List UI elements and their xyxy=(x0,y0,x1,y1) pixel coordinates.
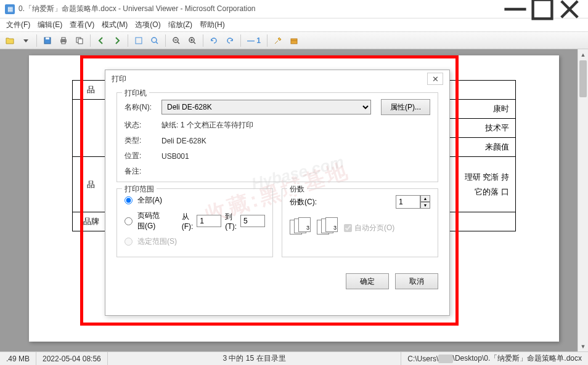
zoom-1-icon[interactable]: — 1 xyxy=(244,34,264,47)
printer-group: 打印机 名称(N): Deli DE-628K 属性(P)... 状态: 缺纸:… xyxy=(116,92,438,182)
radio-selection xyxy=(125,238,133,246)
to-input[interactable] xyxy=(240,215,265,227)
copies-group: 份数 份数(C): ▲ ▼ xyxy=(282,188,438,257)
table-cell: 品牌 xyxy=(73,212,110,231)
dialog-close-button[interactable]: ✕ xyxy=(427,73,443,85)
spin-up-button[interactable]: ▲ xyxy=(420,195,430,202)
radio-all[interactable] xyxy=(125,196,133,204)
copy-icon[interactable] xyxy=(72,34,87,47)
rotate-right-icon[interactable] xyxy=(223,34,237,47)
type-value: Deli DE-628K xyxy=(161,137,430,145)
menubar: 文件(F) 编辑(E) 查看(V) 模式(M) 选项(O) 缩放(Z) 帮助(H… xyxy=(0,18,588,32)
label-copies: 份数(C): xyxy=(290,197,317,207)
scroll-down-icon[interactable]: ▼ xyxy=(578,341,588,351)
menu-edit[interactable]: 编辑(E) xyxy=(34,18,66,31)
open-icon[interactable] xyxy=(2,34,17,47)
zoom-out-icon[interactable] xyxy=(169,34,184,47)
svg-rect-5 xyxy=(46,38,49,39)
close-button[interactable] xyxy=(556,0,583,18)
table-cell: 品 xyxy=(73,81,110,100)
fit-page-icon[interactable] xyxy=(131,34,146,47)
window-title: 0.「纳爱斯」命题策略单.docx - Universal Viewer - M… xyxy=(18,4,502,14)
menu-file[interactable]: 文件(F) xyxy=(2,18,34,31)
app-icon: ▦ xyxy=(5,4,15,14)
print-icon[interactable] xyxy=(56,34,71,47)
collate-checkbox xyxy=(344,224,352,232)
svg-point-12 xyxy=(152,38,157,42)
radio-all-label[interactable]: 全部(A) xyxy=(137,195,162,206)
content-area: 品 康时 技术平 来颜值 品理研 究渐 持它的落 口 品牌 收藏:黑域基地 Hy… xyxy=(0,49,588,351)
titlebar: ▦ 0.「纳爱斯」命题策略单.docx - Universal Viewer -… xyxy=(0,0,588,18)
scroll-up-icon[interactable]: ▲ xyxy=(578,49,588,60)
svg-rect-10 xyxy=(78,39,83,44)
vertical-scrollbar[interactable]: ▲ ▼ xyxy=(578,49,588,351)
spin-down-button[interactable]: ▼ xyxy=(420,202,430,209)
ok-button[interactable]: 确定 xyxy=(346,273,389,289)
svg-rect-7 xyxy=(62,38,65,39)
rotate-left-icon[interactable] xyxy=(206,34,221,47)
label-comment: 备注: xyxy=(125,166,161,177)
svg-rect-11 xyxy=(136,38,142,44)
svg-line-13 xyxy=(156,42,158,44)
range-group: 打印范围 全部(A) 页码范围(G) 从(F): 到(T): xyxy=(116,188,273,257)
open-dropdown-icon[interactable] xyxy=(18,34,33,47)
menu-help[interactable]: 帮助(H) xyxy=(196,18,229,31)
toolbar: — 1 xyxy=(0,32,588,49)
printer-group-title: 打印机 xyxy=(122,88,149,98)
label-location: 位置: xyxy=(125,151,161,161)
menu-mode[interactable]: 模式(M) xyxy=(98,18,131,31)
radio-pages-label[interactable]: 页码范围(G) xyxy=(137,211,167,231)
from-input[interactable] xyxy=(197,215,221,227)
table-cell xyxy=(73,100,110,157)
properties-button[interactable]: 属性(P)... xyxy=(381,99,430,115)
label-to: 到(T): xyxy=(225,212,237,231)
dialog-titlebar: 打印 ✕ xyxy=(105,70,449,87)
status-size: .49 MB xyxy=(0,352,36,365)
location-value: USB001 xyxy=(161,152,430,161)
status-path: C:\Users\ \Desktop\0.「纳爱斯」命题策略单.docx xyxy=(401,352,588,365)
package-icon[interactable] xyxy=(287,34,301,47)
save-icon[interactable] xyxy=(40,34,55,47)
status-datetime: 2022-05-04 08:56 xyxy=(36,352,108,365)
label-type: 类型: xyxy=(125,135,161,146)
collate-label: 自动分页(O) xyxy=(354,223,394,233)
status-value: 缺纸: 1 个文档正在等待打印 xyxy=(161,120,430,130)
cancel-button[interactable]: 取消 xyxy=(395,273,438,289)
statusbar: .49 MB 2022-05-04 08:56 3 中的 15 在目录里 C:\… xyxy=(0,351,588,365)
zoom-in-icon[interactable] xyxy=(185,34,200,47)
menu-options[interactable]: 选项(O) xyxy=(131,18,164,31)
svg-rect-21 xyxy=(291,39,297,44)
range-group-title: 打印范围 xyxy=(122,184,157,195)
tools-icon[interactable] xyxy=(271,34,285,47)
maximize-button[interactable] xyxy=(529,0,556,18)
radio-pages[interactable] xyxy=(125,217,133,225)
label-from: 从(F): xyxy=(182,212,194,231)
svg-rect-8 xyxy=(62,42,65,44)
svg-line-20 xyxy=(194,42,195,44)
printer-select[interactable]: Deli DE-628K xyxy=(161,100,371,114)
copies-input[interactable] xyxy=(396,195,420,209)
radio-selection-label: 选定范围(S) xyxy=(137,236,177,247)
search-icon[interactable] xyxy=(147,34,162,47)
copies-group-title: 份数 xyxy=(287,184,307,195)
table-cell: 品 xyxy=(73,157,110,212)
scroll-thumb[interactable] xyxy=(579,60,587,97)
back-icon[interactable] xyxy=(94,34,108,47)
forward-icon[interactable] xyxy=(110,34,125,47)
menu-zoom[interactable]: 缩放(Z) xyxy=(165,18,196,31)
svg-rect-1 xyxy=(533,0,552,18)
status-pageinfo: 3 中的 15 在目录里 xyxy=(108,352,401,365)
menu-view[interactable]: 查看(V) xyxy=(66,18,98,31)
svg-line-16 xyxy=(178,42,179,44)
label-name: 名称(N): xyxy=(125,102,161,113)
dialog-title: 打印 xyxy=(112,74,427,84)
print-dialog: 收藏:黑域基地 Hybase.com 打印 ✕ 打印机 名称(N): Deli … xyxy=(105,70,450,316)
label-status: 状态: xyxy=(125,120,161,130)
collate-illustration: 1 2 3 1 2 3 自动分页(O) xyxy=(290,220,430,236)
minimize-button[interactable] xyxy=(502,0,529,18)
